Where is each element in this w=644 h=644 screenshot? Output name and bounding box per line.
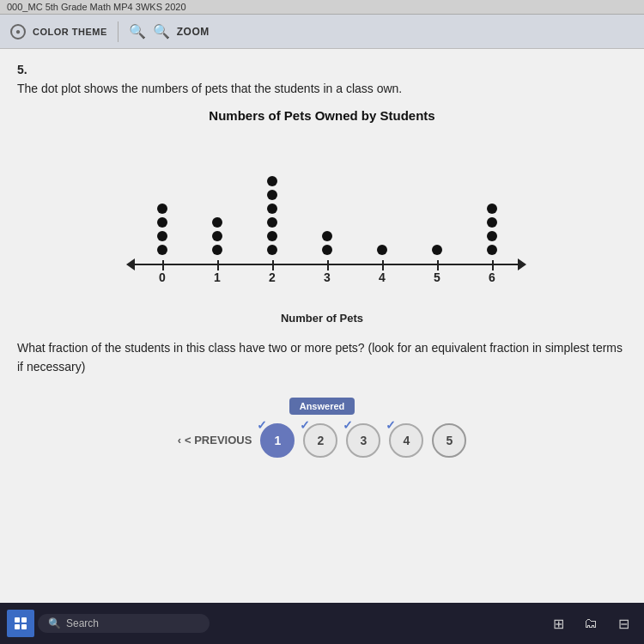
dot-6-3 [487, 217, 497, 228]
windows-logo-icon [15, 617, 27, 629]
tick-3 [327, 260, 329, 270]
search-bar[interactable]: 🔍 Search [38, 614, 210, 633]
title-text: 000_MC 5th Grade Math MP4 3WKS 2020 [7, 2, 186, 12]
dot-plot-container: 0 1 2 3 4 5 6 [107, 137, 537, 325]
toolbar-separator [118, 21, 118, 42]
dot-0-2 [157, 231, 167, 241]
question-nav-2[interactable]: 2 [303, 423, 337, 458]
search-placeholder: Search [66, 617, 99, 629]
tick-label-5: 5 [434, 270, 440, 284]
dot-2-4 [267, 204, 277, 214]
dot-1-2 [212, 231, 222, 241]
axis-label: Number of Pets [281, 312, 363, 325]
answered-badge: Answered [289, 398, 355, 415]
tick-6 [492, 260, 494, 270]
question-bubble-wrapper-3: ✓ 3 [346, 423, 380, 458]
main-content: 5. The dot plot shows the numbers of pet… [0, 49, 644, 607]
axis-line [133, 264, 519, 265]
dot-2-1 [267, 245, 277, 255]
dot-3-1 [322, 245, 332, 255]
dot-5-1 [432, 245, 442, 255]
answered-section: Answered ‹ < PREVIOUS ✓ 1 ✓ 2 ✓ 3 [17, 398, 627, 458]
taskbar-file-icon[interactable]: 🗂 [577, 610, 605, 637]
dot-4-1 [377, 245, 387, 255]
question-intro-text: The dot plot shows the numbers of pets t… [17, 80, 627, 98]
question-nav-5[interactable]: 5 [432, 423, 466, 458]
tick-label-2: 2 [269, 270, 276, 284]
dot-6-4 [487, 204, 497, 214]
tick-label-3: 3 [324, 270, 331, 284]
dot-2-2 [267, 231, 277, 241]
dot-0-1 [157, 245, 167, 255]
zoom-out-icon[interactable]: 🔍 [129, 23, 146, 39]
tick-5 [437, 260, 439, 270]
question-bubble-wrapper-4: ✓ 4 [389, 423, 423, 458]
bottom-question-text: What fraction of the students in this cl… [17, 338, 627, 377]
question-number: 5. [17, 63, 627, 76]
axis-arrow-left [126, 258, 135, 270]
nav-bar: ‹ < PREVIOUS ✓ 1 ✓ 2 ✓ 3 ✓ 4 [169, 423, 476, 458]
tick-0 [162, 260, 164, 270]
question-nav-1[interactable]: 1 [260, 423, 295, 458]
tick-4 [382, 260, 384, 270]
start-button[interactable] [7, 610, 34, 637]
toolbar: ● COLOR THEME 🔍 🔍 ZOOM [0, 15, 644, 49]
question-nav-3[interactable]: 3 [346, 423, 380, 458]
axis-arrow-right [518, 258, 526, 270]
taskbar-icons: ⊞ 🗂 ⊟ [544, 610, 637, 637]
taskbar-multitasking-icon[interactable]: ⊞ [544, 610, 572, 637]
zoom-in-icon[interactable]: 🔍 [153, 23, 170, 39]
dot-6-1 [487, 245, 497, 255]
dot-6-2 [487, 231, 497, 241]
color-theme-label[interactable]: COLOR THEME [33, 27, 107, 37]
dot-0-4 [157, 204, 167, 214]
previous-label: < PREVIOUS [185, 434, 252, 447]
question-bubble-wrapper-2: ✓ 2 [303, 423, 337, 458]
dot-plot-area: 0 1 2 3 4 5 6 [116, 137, 528, 308]
question-nav-4[interactable]: 4 [389, 423, 423, 458]
tick-1 [217, 260, 219, 270]
chart-title: Numbers of Pets Owned by Students [17, 108, 627, 123]
tick-label-1: 1 [214, 270, 221, 284]
dot-2-3 [267, 217, 277, 228]
tick-2 [272, 260, 274, 270]
previous-button[interactable]: ‹ < PREVIOUS [178, 434, 252, 447]
prev-arrow-icon: ‹ [178, 434, 181, 447]
taskbar: 🔍 Search ⊞ 🗂 ⊟ [0, 603, 644, 644]
tick-label-6: 6 [489, 270, 495, 284]
question-bubble-wrapper-5: 5 [432, 423, 466, 458]
dot-2-5 [267, 190, 277, 200]
globe-icon: ● [10, 24, 26, 39]
tick-label-4: 4 [379, 270, 386, 284]
dot-1-1 [212, 245, 222, 255]
tick-label-0: 0 [159, 270, 166, 284]
dot-2-6 [267, 176, 277, 186]
dot-1-3 [212, 217, 222, 228]
question-bubble-wrapper-1: ✓ 1 [260, 423, 295, 458]
zoom-label: ZOOM [177, 26, 210, 38]
dot-0-3 [157, 217, 167, 228]
title-bar: 000_MC 5th Grade Math MP4 3WKS 2020 [0, 0, 644, 15]
search-icon: 🔍 [48, 617, 61, 629]
dot-3-2 [322, 231, 332, 241]
taskbar-app-icon[interactable]: ⊟ [610, 610, 637, 637]
